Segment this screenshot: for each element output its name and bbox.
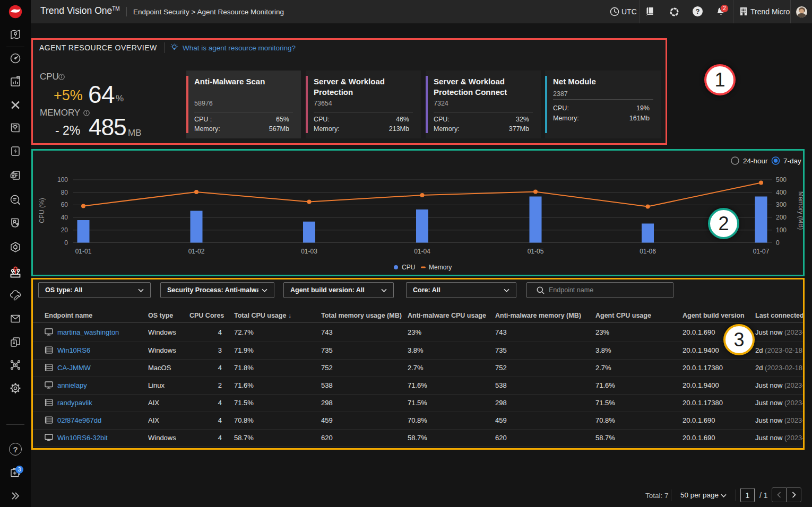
svg-text:01-01: 01-01 <box>75 248 92 255</box>
svg-text:01-02: 01-02 <box>188 248 205 255</box>
svg-text:7-day: 7-day <box>783 157 801 165</box>
svg-text:01-07: 01-07 <box>753 248 770 255</box>
svg-text:0: 0 <box>64 239 68 247</box>
svg-text:01-05: 01-05 <box>528 248 544 255</box>
svg-text:300: 300 <box>776 201 787 208</box>
svg-text:200: 200 <box>776 214 787 221</box>
svg-text:Memory (MB): Memory (MB) <box>797 191 803 230</box>
svg-text:CPU: CPU <box>402 264 415 271</box>
svg-text:60: 60 <box>61 201 68 208</box>
svg-text:500: 500 <box>776 176 787 183</box>
svg-text:24-hour: 24-hour <box>743 157 768 165</box>
svg-text:40: 40 <box>61 214 68 221</box>
svg-text:Memory: Memory <box>429 264 452 271</box>
svg-text:01-04: 01-04 <box>414 248 430 255</box>
svg-text:01-06: 01-06 <box>640 248 656 255</box>
svg-text:CPU (%): CPU (%) <box>38 198 46 223</box>
svg-text:01-03: 01-03 <box>301 248 317 255</box>
svg-text:100: 100 <box>57 176 68 183</box>
svg-text:400: 400 <box>776 189 787 196</box>
svg-text:20: 20 <box>61 226 68 234</box>
svg-text:0: 0 <box>776 239 780 247</box>
svg-text:80: 80 <box>61 189 68 196</box>
svg-text:100: 100 <box>776 226 787 234</box>
